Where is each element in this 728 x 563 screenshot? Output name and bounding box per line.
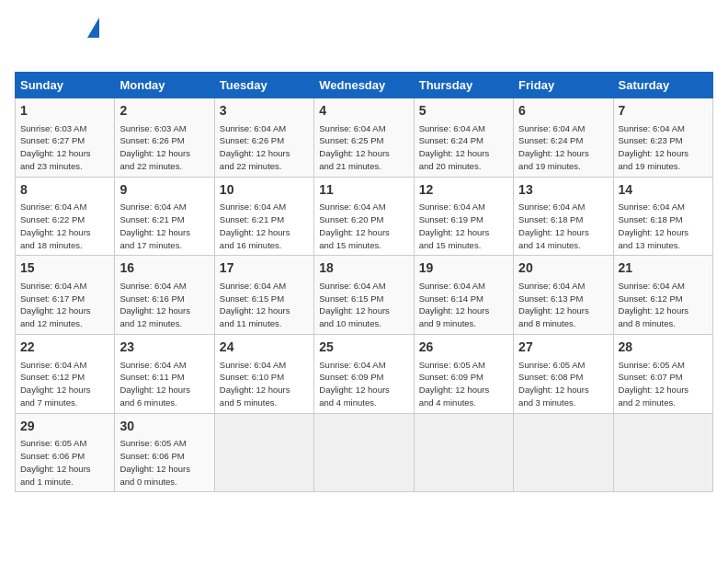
calendar-cell: [314, 413, 414, 492]
calendar-cell: 5Sunrise: 6:04 AM Sunset: 6:24 PM Daylig…: [414, 98, 513, 178]
calendar-cell: 12Sunrise: 6:04 AM Sunset: 6:19 PM Dayli…: [414, 177, 513, 256]
day-info: Sunrise: 6:05 AM Sunset: 6:08 PM Dayligh…: [518, 359, 608, 409]
calendar-cell: 21Sunrise: 6:04 AM Sunset: 6:12 PM Dayli…: [613, 256, 712, 335]
day-info: Sunrise: 6:04 AM Sunset: 6:13 PM Dayligh…: [518, 280, 608, 330]
calendar-cell: 7Sunrise: 6:04 AM Sunset: 6:23 PM Daylig…: [613, 98, 712, 178]
day-info: Sunrise: 6:04 AM Sunset: 6:18 PM Dayligh…: [619, 201, 708, 251]
calendar-cell: 17Sunrise: 6:04 AM Sunset: 6:15 PM Dayli…: [214, 256, 313, 335]
calendar-cell: 1Sunrise: 6:03 AM Sunset: 6:27 PM Daylig…: [16, 98, 115, 178]
day-number: 20: [518, 259, 608, 278]
weekday-header-monday: Monday: [115, 73, 214, 98]
day-info: Sunrise: 6:04 AM Sunset: 6:24 PM Dayligh…: [419, 122, 508, 173]
day-info: Sunrise: 6:04 AM Sunset: 6:12 PM Dayligh…: [619, 280, 708, 330]
weekday-header-thursday: Thursday: [414, 73, 513, 98]
day-number: 10: [220, 181, 309, 200]
day-info: Sunrise: 6:04 AM Sunset: 6:09 PM Dayligh…: [319, 359, 408, 409]
calendar-cell: 15Sunrise: 6:04 AM Sunset: 6:17 PM Dayli…: [16, 256, 115, 335]
day-number: 26: [419, 339, 508, 357]
day-info: Sunrise: 6:04 AM Sunset: 6:15 PM Dayligh…: [319, 280, 408, 330]
calendar-cell: 16Sunrise: 6:04 AM Sunset: 6:16 PM Dayli…: [115, 256, 214, 335]
weekday-header-sunday: Sunday: [16, 73, 115, 98]
day-number: 30: [119, 418, 209, 436]
calendar-cell: 2Sunrise: 6:03 AM Sunset: 6:26 PM Daylig…: [115, 98, 214, 178]
weekday-header-friday: Friday: [514, 73, 613, 98]
calendar-cell: 23Sunrise: 6:04 AM Sunset: 6:11 PM Dayli…: [115, 334, 214, 413]
day-number: 17: [220, 259, 309, 278]
day-info: Sunrise: 6:05 AM Sunset: 6:09 PM Dayligh…: [419, 359, 508, 409]
calendar-table: SundayMondayTuesdayWednesdayThursdayFrid…: [15, 72, 713, 492]
calendar-cell: 22Sunrise: 6:04 AM Sunset: 6:12 PM Dayli…: [16, 334, 115, 413]
day-number: 7: [619, 102, 708, 121]
day-number: 13: [518, 181, 608, 200]
calendar-cell: 24Sunrise: 6:04 AM Sunset: 6:10 PM Dayli…: [214, 334, 313, 413]
day-info: Sunrise: 6:04 AM Sunset: 6:24 PM Dayligh…: [518, 122, 608, 173]
day-info: Sunrise: 6:04 AM Sunset: 6:19 PM Dayligh…: [419, 201, 508, 251]
day-info: Sunrise: 6:04 AM Sunset: 6:21 PM Dayligh…: [119, 201, 209, 251]
day-number: 5: [419, 102, 508, 121]
weekday-header-wednesday: Wednesday: [314, 73, 414, 98]
day-number: 15: [20, 259, 109, 278]
day-info: Sunrise: 6:04 AM Sunset: 6:15 PM Dayligh…: [220, 280, 309, 330]
day-info: Sunrise: 6:04 AM Sunset: 6:21 PM Dayligh…: [220, 201, 309, 251]
calendar-cell: 25Sunrise: 6:04 AM Sunset: 6:09 PM Dayli…: [314, 334, 414, 413]
calendar-cell: 28Sunrise: 6:05 AM Sunset: 6:07 PM Dayli…: [613, 334, 712, 413]
weekday-header-saturday: Saturday: [613, 73, 712, 98]
day-number: 29: [20, 418, 109, 436]
calendar-cell: 13Sunrise: 6:04 AM Sunset: 6:18 PM Dayli…: [514, 177, 613, 256]
calendar-cell: 27Sunrise: 6:05 AM Sunset: 6:08 PM Dayli…: [514, 334, 613, 413]
day-info: Sunrise: 6:04 AM Sunset: 6:14 PM Dayligh…: [419, 280, 508, 330]
day-info: Sunrise: 6:05 AM Sunset: 6:06 PM Dayligh…: [20, 437, 109, 488]
day-number: 6: [518, 102, 608, 121]
calendar-week-3: 15Sunrise: 6:04 AM Sunset: 6:17 PM Dayli…: [16, 256, 713, 335]
day-info: Sunrise: 6:04 AM Sunset: 6:12 PM Dayligh…: [20, 359, 109, 409]
day-info: Sunrise: 6:04 AM Sunset: 6:11 PM Dayligh…: [119, 359, 209, 409]
calendar-cell: [414, 413, 513, 492]
calendar-cell: 14Sunrise: 6:04 AM Sunset: 6:18 PM Dayli…: [613, 177, 712, 256]
day-number: 21: [619, 259, 708, 278]
day-info: Sunrise: 6:04 AM Sunset: 6:16 PM Dayligh…: [119, 280, 209, 330]
calendar-cell: 6Sunrise: 6:04 AM Sunset: 6:24 PM Daylig…: [514, 98, 613, 178]
day-number: 2: [119, 102, 209, 121]
day-info: Sunrise: 6:04 AM Sunset: 6:18 PM Dayligh…: [518, 201, 608, 251]
day-info: Sunrise: 6:04 AM Sunset: 6:25 PM Dayligh…: [319, 122, 408, 173]
calendar-cell: [613, 413, 712, 492]
day-info: Sunrise: 6:04 AM Sunset: 6:20 PM Dayligh…: [319, 201, 408, 251]
day-number: 4: [319, 102, 408, 121]
calendar-cell: 26Sunrise: 6:05 AM Sunset: 6:09 PM Dayli…: [414, 334, 513, 413]
day-info: Sunrise: 6:04 AM Sunset: 6:23 PM Dayligh…: [619, 122, 708, 173]
day-number: 25: [319, 339, 408, 357]
calendar-cell: 30Sunrise: 6:05 AM Sunset: 6:06 PM Dayli…: [115, 413, 214, 492]
day-info: Sunrise: 6:04 AM Sunset: 6:10 PM Dayligh…: [220, 359, 309, 409]
calendar-cell: 4Sunrise: 6:04 AM Sunset: 6:25 PM Daylig…: [314, 98, 414, 178]
calendar-week-4: 22Sunrise: 6:04 AM Sunset: 6:12 PM Dayli…: [16, 334, 713, 413]
day-number: 23: [119, 339, 209, 357]
day-info: Sunrise: 6:05 AM Sunset: 6:07 PM Dayligh…: [619, 359, 708, 409]
day-info: Sunrise: 6:05 AM Sunset: 6:06 PM Dayligh…: [119, 437, 209, 488]
day-number: 14: [619, 181, 708, 200]
day-number: 11: [319, 181, 408, 200]
day-number: 27: [518, 339, 608, 357]
calendar-week-1: 1Sunrise: 6:03 AM Sunset: 6:27 PM Daylig…: [16, 98, 713, 178]
calendar-cell: 20Sunrise: 6:04 AM Sunset: 6:13 PM Dayli…: [514, 256, 613, 335]
day-number: 9: [119, 181, 209, 200]
logo-arrow-icon: [87, 17, 99, 38]
weekday-header-tuesday: Tuesday: [214, 73, 313, 98]
day-info: Sunrise: 6:04 AM Sunset: 6:22 PM Dayligh…: [20, 201, 109, 251]
day-number: 18: [319, 259, 408, 278]
calendar-cell: 8Sunrise: 6:04 AM Sunset: 6:22 PM Daylig…: [16, 177, 115, 256]
calendar-cell: [514, 413, 613, 492]
calendar-cell: 19Sunrise: 6:04 AM Sunset: 6:14 PM Dayli…: [414, 256, 513, 335]
day-number: 3: [220, 102, 309, 121]
day-number: 1: [20, 102, 109, 121]
day-number: 19: [419, 259, 508, 278]
calendar-cell: 11Sunrise: 6:04 AM Sunset: 6:20 PM Dayli…: [314, 177, 414, 256]
day-info: Sunrise: 6:04 AM Sunset: 6:26 PM Dayligh…: [220, 122, 309, 173]
page-header: [15, 15, 713, 63]
day-info: Sunrise: 6:03 AM Sunset: 6:27 PM Dayligh…: [20, 122, 109, 173]
day-number: 28: [619, 339, 708, 357]
calendar-cell: [214, 413, 313, 492]
day-number: 8: [20, 181, 109, 200]
day-number: 16: [119, 259, 209, 278]
logo: [15, 15, 97, 63]
day-info: Sunrise: 6:04 AM Sunset: 6:17 PM Dayligh…: [20, 280, 109, 330]
